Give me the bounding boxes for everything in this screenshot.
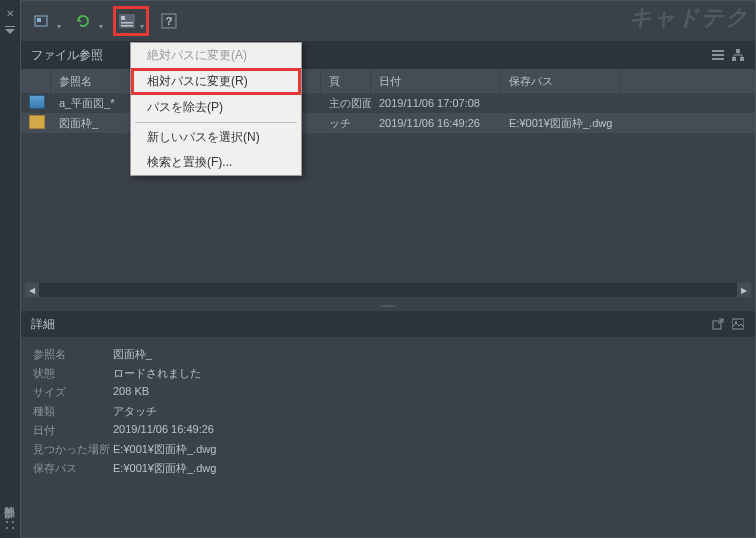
detail-row: 種類アタッチ (33, 402, 743, 421)
refresh-dropdown-button[interactable] (71, 9, 105, 33)
detail-row: サイズ208 KB (33, 383, 743, 402)
cell-type: 主の図面 (321, 96, 371, 111)
menu-relative-path[interactable]: 相対パスに変更(R) (131, 68, 301, 95)
scroll-right-arrow[interactable]: ▶ (737, 283, 751, 297)
svg-point-1 (6, 521, 8, 523)
col-icon[interactable] (21, 69, 51, 93)
detail-row: 見つかった場所E:¥001¥図面枠_.dwg (33, 440, 743, 459)
tree-view-icon[interactable] (731, 48, 745, 62)
cell-type: ッチ (321, 116, 371, 131)
details-title: 詳細 (31, 316, 55, 333)
help-button[interactable]: ? (157, 9, 181, 33)
svg-rect-15 (712, 58, 724, 60)
menu-absolute-path: 絶対パスに変更(A) (131, 43, 301, 68)
panel-title: ファイル参照 (31, 47, 103, 64)
svg-rect-8 (121, 16, 125, 20)
watermark: キャドテク (629, 3, 749, 33)
svg-rect-13 (712, 50, 724, 52)
svg-rect-0 (5, 26, 15, 27)
path-dropdown-button[interactable] (113, 6, 149, 36)
svg-rect-6 (37, 18, 41, 22)
col-type[interactable]: 頁 (321, 69, 371, 93)
detail-row: 保存パスE:¥001¥図面枠_.dwg (33, 459, 743, 478)
horizontal-scrollbar[interactable]: ◀ ▶ (25, 283, 751, 297)
dots-icon[interactable] (4, 519, 16, 531)
attach-dropdown-button[interactable] (29, 9, 63, 33)
close-icon[interactable]: ✕ (4, 7, 16, 19)
cell-date: 2019/11/06 16:49:26 (371, 117, 501, 129)
svg-point-3 (6, 527, 8, 529)
svg-rect-17 (732, 57, 736, 61)
export-icon[interactable] (711, 317, 725, 331)
menu-new-path[interactable]: 新しいパスを選択(N) (131, 125, 301, 150)
detail-row: 状態ロードされました (33, 364, 743, 383)
svg-rect-9 (121, 22, 133, 24)
image-icon[interactable] (731, 317, 745, 331)
svg-rect-10 (121, 25, 133, 27)
svg-text:?: ? (166, 15, 173, 27)
splitter-handle[interactable]: ••••• (21, 299, 755, 311)
menu-remove-path[interactable]: パスを除去(P) (131, 95, 301, 120)
path-context-menu: 絶対パスに変更(A) 相対パスに変更(R) パスを除去(P) 新しいパスを選択(… (130, 42, 302, 176)
menu-separator (135, 122, 297, 123)
list-view-icon[interactable] (711, 48, 725, 62)
details-header: 詳細 (21, 311, 755, 337)
svg-rect-16 (736, 49, 740, 53)
cell-date: 2019/11/06 17:07:08 (371, 97, 501, 109)
image-file-icon (29, 95, 45, 109)
left-gutter: ✕ 外部参照 (0, 0, 20, 538)
svg-point-2 (12, 521, 14, 523)
svg-rect-14 (712, 54, 724, 56)
cell-path: E:¥001¥図面枠_.dwg (501, 116, 621, 131)
svg-rect-20 (732, 319, 744, 329)
menu-find-replace[interactable]: 検索と置換(F)... (131, 150, 301, 175)
collapse-icon[interactable] (4, 25, 16, 37)
col-date[interactable]: 日付 (371, 69, 501, 93)
dwg-file-icon (29, 115, 45, 129)
svg-rect-18 (740, 57, 744, 61)
col-path[interactable]: 保存パス (501, 69, 621, 93)
detail-row: 参照名図面枠_ (33, 345, 743, 364)
scroll-left-arrow[interactable]: ◀ (25, 283, 39, 297)
svg-point-4 (12, 527, 14, 529)
details-body: 参照名図面枠_ 状態ロードされました サイズ208 KB 種類アタッチ 日付20… (21, 337, 755, 486)
detail-row: 日付2019/11/06 16:49:26 (33, 421, 743, 440)
